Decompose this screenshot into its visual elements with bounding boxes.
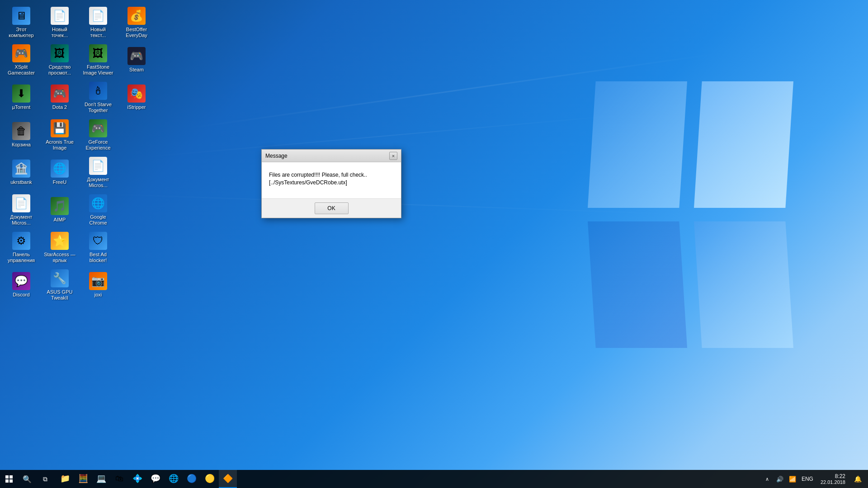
- icon-image-aimp: 🎵: [51, 197, 69, 215]
- desktop-icon-acronis[interactable]: 💾Acronis True Image: [42, 117, 78, 153]
- clock[interactable]: 8:22 22.01.2018: [817, 470, 849, 488]
- taskbar-app1[interactable]: 💠: [128, 470, 146, 488]
- icon-label-panel-upravl: Панель управления: [8, 252, 35, 263]
- clock-date: 22.01.2018: [821, 479, 845, 485]
- taskbar-edge[interactable]: 🌐: [165, 470, 183, 488]
- taskbar-app2[interactable]: 🟡: [201, 470, 219, 488]
- icon-image-novyi-tekst: 📄: [89, 7, 107, 25]
- tray-network[interactable]: 📶: [787, 470, 798, 488]
- desktop-icon-document-micro2[interactable]: 📄Документ Micros...: [80, 155, 116, 191]
- icon-label-discord: Discord: [13, 292, 29, 298]
- desktop-icon-discord[interactable]: 💬Discord: [3, 267, 39, 303]
- desktop-icon-asus-gpu[interactable]: 🔧ASUS GPU TweakII: [42, 267, 78, 303]
- icon-label-acronis: Acronis True Image: [46, 139, 74, 151]
- tray-volume[interactable]: 🔊: [774, 470, 785, 488]
- icon-label-sredstvo: Средство просмот...: [48, 64, 71, 76]
- search-button[interactable]: 🔍: [18, 470, 36, 488]
- desktop-icon-joxi[interactable]: 📷joxi: [80, 267, 116, 303]
- desktop-icon-panel-upravl[interactable]: ⚙Панель управления: [3, 230, 39, 266]
- icon-image-document-micro1: 📄: [12, 194, 30, 212]
- desktop-icon-etot-kompyuter[interactable]: 🖥Этот компьютер: [3, 5, 39, 41]
- icon-image-panel-upravl: ⚙: [12, 232, 30, 250]
- icon-label-utorrent: µTorrent: [12, 104, 31, 110]
- language-indicator[interactable]: ENG: [800, 476, 815, 482]
- icon-label-dont-starve: Don't Starve Together: [85, 102, 112, 113]
- windows-logo-background: [552, 68, 823, 384]
- icon-label-joxi: joxi: [94, 292, 102, 298]
- taskbar-skype[interactable]: 💬: [146, 470, 165, 488]
- desktop-icon-aimp[interactable]: 🎵AIMP: [42, 192, 78, 228]
- desktop-icon-staraccess[interactable]: ⭐StarAccess — ярлык: [42, 230, 78, 266]
- icon-image-steam: 🎮: [127, 47, 146, 65]
- desktop-icon-istripper[interactable]: 🎭iStripper: [118, 80, 155, 116]
- icon-label-document-micro2: Документ Micros...: [87, 177, 109, 188]
- desktop-icon-steam[interactable]: 🎮Steam: [118, 42, 155, 78]
- desktop-icon-xsplit[interactable]: 🎮XSplit Gamecaster: [3, 42, 39, 78]
- desktop-icon-dont-starve[interactable]: 🕯Don't Starve Together: [80, 80, 116, 116]
- dialog-ok-button[interactable]: OK: [315, 202, 349, 214]
- icon-label-staraccess: StarAccess — ярлык: [44, 252, 75, 263]
- taskbar-chrome[interactable]: 🔵: [183, 470, 201, 488]
- icon-label-faststone: FastStone Image Viewer: [83, 64, 113, 76]
- icon-label-asus-gpu: ASUS GPU TweakII: [47, 289, 73, 301]
- desktop-icon-geforce[interactable]: 🎮GeForce Experience: [80, 117, 116, 153]
- taskbar-right: ∧ 🔊 📶 ENG 8:22 22.01.2018 🔔: [762, 470, 868, 488]
- taskbar-active-app[interactable]: 🔶: [219, 470, 237, 488]
- dialog-title: Message: [265, 153, 288, 159]
- icon-label-google-chrome: Google Chrome: [89, 214, 107, 226]
- task-view-button[interactable]: ⧉: [36, 470, 54, 488]
- dialog-close-button[interactable]: ×: [389, 152, 397, 160]
- icon-image-best-ad: 🛡: [89, 232, 107, 250]
- icon-image-asus-gpu: 🔧: [51, 269, 69, 287]
- icon-image-dont-starve: 🕯: [89, 82, 107, 100]
- icon-label-istripper: iStripper: [127, 104, 146, 110]
- taskbar-calculator[interactable]: 🧮: [74, 470, 92, 488]
- icon-image-joxi: 📷: [89, 272, 107, 290]
- icon-label-freeu: FreeU: [53, 179, 67, 185]
- desktop-icon-sredstvo[interactable]: 🖼Средство просмот...: [42, 42, 78, 78]
- desktop-icon-bestoffer[interactable]: 💰BestOffer EveryDay: [118, 5, 155, 41]
- taskbar-file-explorer[interactable]: 📁: [56, 470, 74, 488]
- tray-expand[interactable]: ∧: [762, 470, 773, 488]
- svg-rect-0: [5, 475, 9, 479]
- icon-label-document-micro1: Документ Micros...: [10, 214, 33, 226]
- desktop-icon-novyi-tekst[interactable]: 📄Новый текст...: [80, 5, 116, 41]
- svg-rect-2: [5, 479, 9, 483]
- desktop-icon-document-micro1[interactable]: 📄Документ Micros...: [3, 192, 39, 228]
- notification-button[interactable]: 🔔: [851, 470, 864, 488]
- start-button[interactable]: [0, 470, 18, 488]
- svg-rect-3: [9, 479, 13, 483]
- icon-label-novyi-tekst: Новый текст...: [90, 27, 106, 38]
- desktop-icon-faststone[interactable]: 🖼FastStone Image Viewer: [80, 42, 116, 78]
- dialog-footer: OK: [262, 198, 401, 218]
- icon-label-korzina: Корзина: [12, 142, 31, 148]
- desktop-icon-ukrstbank[interactable]: 🏦ukrstbank: [3, 155, 39, 191]
- dialog-message: Files are corrupted!!!! Please, full che…: [269, 171, 394, 187]
- icon-label-dota2: Dota 2: [52, 104, 67, 110]
- icon-image-ukrstbank: 🏦: [12, 160, 30, 178]
- icon-label-best-ad: Best Ad blocker!: [90, 252, 107, 263]
- desktop-icon-dota2[interactable]: 🎮Dota 2: [42, 80, 78, 116]
- desktop-icon-freeu[interactable]: 🌐FreeU: [42, 155, 78, 191]
- desktop: 🖥Этот компьютер🎮XSplit Gamecaster⬇µTorre…: [0, 0, 868, 488]
- desktop-icon-google-chrome[interactable]: 🌐Google Chrome: [80, 192, 116, 228]
- taskbar-code[interactable]: 💻: [92, 470, 110, 488]
- icon-image-document-micro2: 📄: [89, 157, 107, 175]
- icon-label-geforce: GeForce Experience: [85, 139, 110, 151]
- clock-time: 8:22: [835, 473, 845, 479]
- taskbar: 🔍 ⧉ 📁 🧮 💻 🛍 💠 💬 🌐 🔵 🟡 🔶 ∧ 🔊 📶 ENG 8:22 2…: [0, 470, 868, 488]
- icon-label-etot-kompyuter: Этот компьютер: [9, 27, 33, 38]
- taskbar-store[interactable]: 🛍: [110, 470, 128, 488]
- icon-label-steam: Steam: [129, 67, 144, 73]
- desktop-icon-korzina[interactable]: 🗑Корзина: [3, 117, 39, 153]
- desktop-icon-best-ad[interactable]: 🛡Best Ad blocker!: [80, 230, 116, 266]
- icon-image-korzina: 🗑: [12, 122, 30, 140]
- desktop-icon-novyi-tochek[interactable]: 📄Новый точек...: [42, 5, 78, 41]
- taskbar-pinned-icons: 📁 🧮 💻 🛍 💠 💬 🌐 🔵 🟡 🔶: [56, 470, 237, 488]
- desktop-icon-utorrent[interactable]: ⬇µTorrent: [3, 80, 39, 116]
- icon-image-faststone: 🖼: [89, 44, 107, 62]
- icon-image-google-chrome: 🌐: [89, 194, 107, 212]
- message-dialog: Message × Files are corrupted!!!! Please…: [261, 149, 401, 218]
- icon-image-dota2: 🎮: [51, 84, 69, 103]
- icon-label-bestoffer: BestOffer EveryDay: [126, 27, 147, 38]
